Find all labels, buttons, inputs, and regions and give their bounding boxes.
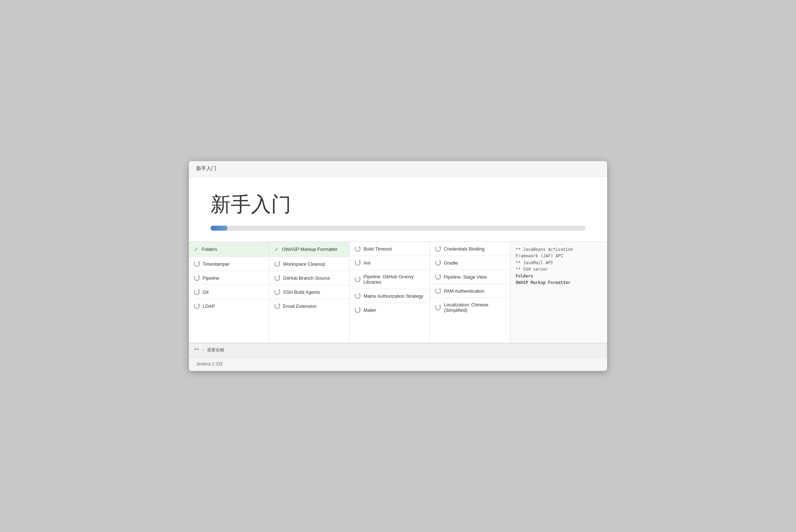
hero-section: 新手入门 [189,177,607,242]
list-item[interactable]: Pipeline: Stage View [430,270,510,284]
sync-icon [355,276,361,282]
plugins-grid: ✓ Folders Timestamper Pipeline Git LDAP [189,242,607,343]
note-line: Framework (JAF) API [516,253,602,259]
list-item[interactable]: Build Timeout [350,242,430,256]
sync-icon [194,289,200,295]
plugin-column-1: ✓ Folders Timestamper Pipeline Git LDAP [189,242,269,343]
hero-title: 新手入门 [211,191,585,218]
list-item[interactable]: Gradle [430,256,510,270]
plugin-label: Matrix Authorization Strategy [363,293,423,299]
note-line: ** JavaMail API [516,260,602,266]
plugin-label: Credentials Binding [444,246,485,252]
list-item[interactable]: Mailer [350,303,430,317]
plugin-label: Pipeline: Stage View [444,274,487,280]
sync-icon [194,261,200,267]
plugin-column-2: ✓ OWASP Markup Formatter Workspace Clean… [269,242,350,343]
note-line: ** JavaBeans Activation [516,246,602,253]
list-item[interactable]: Timestamper [189,257,269,271]
notes-column: ** JavaBeans Activation Framework (JAF) … [510,242,607,343]
plugin-label: PAM Authentication [444,288,485,294]
sync-icon [274,303,280,309]
note-line: OWASP Markup Formatter [516,279,602,286]
list-item[interactable]: Workspace Cleanup [269,257,349,271]
plugin-label: SSH Build Agents [283,289,320,295]
sync-icon [435,288,441,294]
list-item[interactable]: Localization: Chinese (Simplified) [430,298,510,317]
sync-icon [435,246,441,252]
list-item[interactable]: Pipeline: GitHub Groovy Libraries [350,270,430,289]
plugin-label: Email Extension [283,303,317,309]
sync-icon [435,305,441,310]
footer-note-text: ** - 需要依赖 [194,347,224,353]
bottom-bar: Jenkins 2.332 [189,357,607,371]
sync-icon [355,307,361,313]
list-item[interactable]: LDAP [189,299,269,313]
list-item[interactable]: Matrix Authorization Strategy [350,289,430,303]
sync-icon [274,261,280,267]
plugin-label: OWASP Markup Formatter [282,247,338,252]
plugin-label: Folders [202,247,217,252]
sync-icon [355,246,361,252]
plugin-label: LDAP [203,303,215,309]
list-item[interactable]: ✓ OWASP Markup Formatter [269,242,349,257]
sync-icon [194,303,200,309]
sync-icon [435,260,441,266]
list-item[interactable]: PAM Authentication [430,284,510,298]
plugin-label: Localization: Chinese (Simplified) [444,302,505,313]
check-icon: ✓ [194,246,199,253]
plugin-label: GitHub Branch Source [283,275,330,281]
note-line: Folders [516,273,602,279]
progress-bar-container [211,226,585,231]
list-item[interactable]: Ant [350,256,430,270]
notes-content: ** JavaBeans Activation Framework (JAF) … [510,242,607,343]
plugin-label: Gradle [444,260,458,266]
sync-icon [274,289,280,295]
jenkins-version: Jenkins 2.332 [196,362,223,367]
plugin-label: Git [203,289,209,295]
plugin-label: Timestamper [203,261,230,267]
list-item[interactable]: GitHub Branch Source [269,271,349,285]
progress-bar-fill [211,226,227,231]
sync-icon [194,275,200,281]
plugin-label: Build Timeout [363,246,392,252]
sync-icon [355,260,361,266]
list-item[interactable]: Email Extension [269,299,349,313]
plugin-column-4: Credentials Binding Gradle Pipeline: Sta… [430,242,510,343]
plugin-label: Ant [363,260,371,266]
plugin-label: Pipeline: GitHub Groovy Libraries [363,274,425,285]
plugin-label: Mailer [363,307,376,313]
list-item[interactable]: SSH Build Agents [269,285,349,299]
list-item[interactable]: Credentials Binding [430,242,510,256]
main-window: 新手入门 新手入门 ✓ Folders Timestamper Pipeline [189,161,607,371]
list-item[interactable]: Git [189,285,269,299]
title-bar: 新手入门 [189,161,607,177]
plugin-column-3: Build Timeout Ant Pipeline: GitHub Groov… [350,242,430,343]
window-title: 新手入门 [196,165,216,171]
sync-icon [435,274,441,280]
plugin-label: Workspace Cleanup [283,261,325,267]
check-icon: ✓ [274,246,279,253]
plugin-label: Pipeline [203,275,219,281]
footer-note-bar: ** - 需要依赖 [189,343,607,357]
sync-icon [355,293,361,299]
list-item[interactable]: Pipeline [189,271,269,285]
sync-icon [274,275,280,281]
list-item[interactable]: ✓ Folders [189,242,269,257]
note-line: ** SSH server [516,266,602,272]
